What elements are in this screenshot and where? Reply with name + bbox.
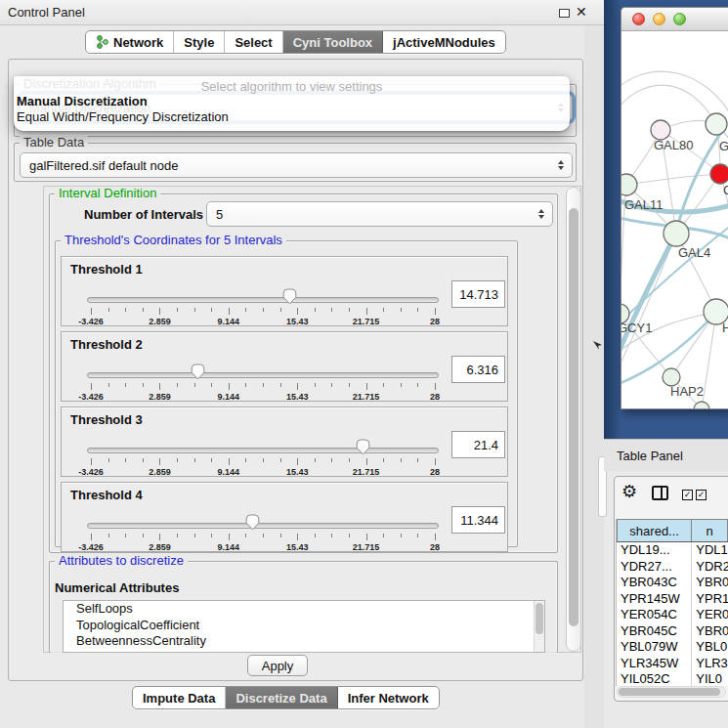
slider-track[interactable] (87, 372, 439, 378)
table-row[interactable]: YLR345WYLR3 (617, 656, 728, 672)
dropdown-placeholder: Select algorithm to view settings (14, 79, 570, 94)
zoom-traffic-light-icon[interactable] (673, 13, 686, 25)
network-node-label: GAL11 (624, 197, 664, 212)
mouse-cursor-icon (593, 341, 603, 351)
minimize-traffic-light-icon[interactable] (653, 13, 665, 25)
tab-impute-data[interactable]: Impute Data (133, 687, 226, 708)
cell-name: YLR3 (692, 656, 728, 672)
tab-discretize-data[interactable]: Discretize Data (226, 687, 337, 708)
dropdown-option-equal-width[interactable]: Equal Width/Frequency Discretization (17, 109, 229, 124)
bottom-tab-bar: Impute DataDiscretize DataInfer Network (132, 686, 440, 709)
table-row[interactable]: YDR27...YDR2 (617, 559, 728, 576)
network-node-label: HAP2 (670, 384, 704, 399)
network-canvas[interactable]: GAL80GALCGAL11GAL4GCY1HHAP2 (621, 31, 728, 409)
cell-shared-name: YPR145W (617, 591, 692, 608)
panel-title: Control Panel (8, 5, 85, 20)
table-header-row: shared... n (617, 519, 728, 542)
top-tab-bar: NetworkStyleSelectCyni ToolboxjActiveMNo… (85, 30, 506, 54)
column-header-name[interactable]: n (692, 519, 728, 541)
tab-label: Network (113, 35, 163, 50)
slider-tick-labels: -3.4262.8599.14415.4321.71528 (91, 392, 435, 402)
table-horizontal-scrollbar[interactable] (617, 686, 726, 698)
slider-thumb[interactable] (282, 288, 297, 305)
table-data-combo[interactable]: galFiltered.sif default node (20, 152, 573, 178)
apply-button[interactable]: Apply (247, 655, 308, 676)
close-traffic-light-icon[interactable] (632, 13, 645, 25)
dropdown-option-manual[interactable]: Manual Discretization (17, 94, 148, 108)
checkbox-icon[interactable]: ✓ (682, 490, 693, 500)
threshold-slider[interactable]: -3.4262.8599.14415.4321.71528 (87, 286, 439, 327)
slider-thumb[interactable] (356, 439, 370, 455)
network-node-gal80[interactable] (651, 120, 670, 140)
numerical-attributes-list[interactable]: SelfLoopsTopologicalCoefficientBetweenne… (63, 600, 545, 653)
threshold-slider[interactable]: -3.4262.8599.14415.4321.71528 (87, 362, 439, 403)
network-edge (626, 174, 720, 185)
slider-ticks (91, 534, 435, 541)
columns-icon[interactable] (652, 486, 668, 500)
slider-track[interactable] (87, 523, 439, 529)
threshold-value-box[interactable]: 21.4 (451, 431, 505, 458)
column-header-shared-name[interactable]: shared... (617, 519, 692, 541)
table-row[interactable]: YPR145WYPR1 (617, 591, 728, 608)
cell-shared-name: YER054C (617, 607, 692, 623)
threshold-label: Threshold 1 (70, 262, 143, 277)
threshold-panel: Threshold 4 -3.4262.8599.14415.4321.7152… (61, 482, 508, 552)
network-node-gal[interactable] (706, 113, 727, 135)
slider-track[interactable] (87, 297, 439, 303)
threshold-label: Threshold 2 (70, 337, 143, 352)
table-row[interactable]: YDL19...YDL1 (617, 542, 728, 559)
slider-track[interactable] (87, 448, 439, 453)
network-node-label: GCY1 (621, 321, 652, 335)
combo-stepper-icon (538, 209, 544, 219)
control-panel-titlebar: Control Panel ✕ (0, 0, 606, 25)
threshold-slider[interactable]: -3.4262.8599.14415.4321.71528 (87, 512, 439, 553)
cell-name: YBR0 (692, 623, 728, 640)
checkbox-icon[interactable]: ✓ (696, 490, 707, 500)
number-of-intervals-combo[interactable]: 5 (206, 201, 553, 227)
table-row[interactable]: YBR043CYBR0 (617, 575, 728, 591)
network-edge (621, 85, 716, 124)
node-attribute-table: shared... n YDL19...YDL1YDR27...YDR2YBR0… (616, 519, 728, 686)
tab-network[interactable]: Network (86, 31, 174, 53)
slider-ticks (91, 383, 435, 391)
network-node-label: H (722, 321, 728, 335)
table-row[interactable]: YER054CYER0 (617, 607, 728, 623)
slider-tick-labels: -3.4262.8599.14415.4321.71528 (91, 542, 435, 552)
table-row[interactable]: YIL052CYIL0 (617, 671, 728, 686)
table-row[interactable]: YBR045CYBR0 (617, 623, 728, 640)
threshold-value-box[interactable]: 6.316 (451, 356, 505, 383)
tab-infer-network[interactable]: Infer Network (338, 687, 439, 708)
network-node-gal11[interactable] (621, 174, 637, 195)
settings-vertical-scrollbar[interactable] (566, 187, 581, 652)
close-icon[interactable]: ✕ (576, 4, 587, 20)
tab-cyni-toolbox[interactable]: Cyni Toolbox (283, 31, 383, 53)
attribute-item[interactable]: TopologicalCoefficient (64, 618, 544, 634)
attributes-group-title: Attributes to discretize (55, 554, 188, 568)
table-body: YDL19...YDL1YDR27...YDR2YBR043CYBR0YPR14… (617, 542, 728, 686)
attribute-item[interactable]: SelfLoops (64, 601, 544, 618)
network-window-titlebar[interactable] (621, 8, 728, 31)
threshold-label: Threshold 4 (70, 488, 143, 502)
threshold-value-box[interactable]: 11.344 (451, 506, 505, 534)
attribute-item[interactable]: BetweennessCentrality (64, 633, 544, 650)
hscrollbar-thumb[interactable] (619, 688, 720, 696)
gear-icon[interactable]: ⚙ (621, 483, 637, 500)
network-node-gal4[interactable] (664, 221, 689, 246)
network-icon (96, 35, 108, 49)
table-row[interactable]: YBL079WYBL0 (617, 639, 728, 656)
threshold-slider[interactable]: -3.4262.8599.14415.4321.71528 (87, 437, 439, 478)
attributes-list-scrollbar[interactable] (534, 601, 544, 652)
tab-style[interactable]: Style (174, 31, 225, 53)
tab-jactivemnodules[interactable]: jActiveMNodules (383, 31, 505, 53)
tab-select[interactable]: Select (225, 31, 282, 53)
tab-label: Discretize Data (236, 691, 326, 706)
slider-thumb[interactable] (191, 364, 205, 380)
panel-divider (584, 25, 604, 728)
scrollbar-thumb[interactable] (569, 208, 578, 626)
cell-shared-name: YIL052C (617, 671, 692, 686)
threshold-value-box[interactable]: 14.713 (451, 280, 505, 308)
table-data-combo-value: galFiltered.sif default node (29, 158, 178, 173)
float-window-icon[interactable] (559, 9, 570, 18)
network-node-c[interactable] (710, 164, 728, 184)
slider-thumb[interactable] (245, 514, 260, 531)
